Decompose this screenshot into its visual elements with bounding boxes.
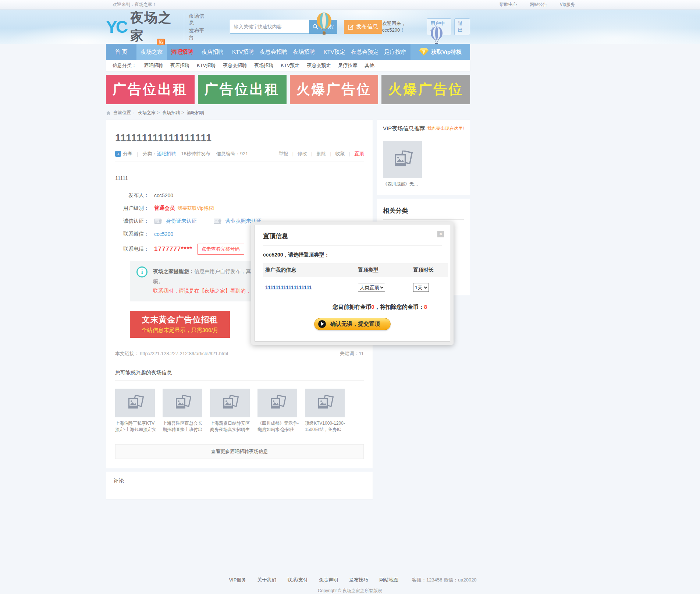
permalink-url[interactable]: http://221.128.227.212:89/article/921.ht…: [140, 351, 228, 356]
nav-vip-button[interactable]: 获取Vip特权: [411, 44, 470, 60]
nav-item[interactable]: 夜店招聘: [197, 44, 228, 60]
related-listing-card[interactable]: 上海普陀区夜总会长期招聘直接上班付出才会: [163, 389, 204, 438]
nav-item[interactable]: KTV预定: [319, 44, 350, 60]
vip-listing-caption: 《四川成都》无竞争-...: [383, 181, 422, 187]
article-action-link[interactable]: 置顶: [345, 151, 364, 157]
close-icon[interactable]: ×: [437, 231, 444, 237]
my-info-link[interactable]: 111111111111111111: [265, 284, 312, 290]
footer-link[interactable]: VIP服务: [229, 577, 246, 583]
related-listing-card[interactable]: 上海伯爵三私享KTV预定-上海包厢预定实力: [115, 389, 156, 438]
license-shield-icon: [214, 218, 223, 224]
coin-balance-text: 您目前拥有金币0，将扣除您的金币：8: [263, 304, 427, 311]
article-action-link[interactable]: 收藏: [326, 151, 345, 157]
category-subnav: 信息分类： 酒吧招聘夜店招聘KTV招聘夜总会招聘夜场招聘KTV预定夜总会预定足疗…: [106, 60, 470, 71]
breadcrumb-link[interactable]: 酒吧招聘: [180, 110, 204, 116]
nav-item[interactable]: 酒吧招聘: [167, 44, 198, 60]
pencil-square-icon: [348, 24, 354, 30]
footer-link[interactable]: 免责声明: [319, 577, 338, 583]
subnav-link[interactable]: 足疗按摩: [338, 62, 358, 69]
play-circle-icon: [318, 320, 326, 328]
footer-link[interactable]: 网站地图: [379, 577, 398, 583]
nav-item[interactable]: 夜场之家: [136, 44, 167, 60]
publisher-label: 发布人：: [115, 192, 149, 199]
footer-ad-banner[interactable]: 文末黄金广告位招租 全站信息末尾显示，只需300/月: [130, 311, 230, 338]
gold-diamond-icon: [419, 48, 429, 56]
photo-stack-icon: [126, 395, 144, 411]
pin-type-select[interactable]: 大类置顶: [358, 283, 385, 292]
breadcrumb-label: 当前位置：: [113, 110, 135, 116]
footer-link[interactable]: 发布技巧: [349, 577, 368, 583]
subnav-link[interactable]: 夜总会招聘: [223, 62, 247, 69]
ad-banner[interactable]: 火爆广告位: [381, 75, 470, 104]
breadcrumb: 当前位置： 夜场之家夜场招聘酒吧招聘: [106, 110, 470, 116]
related-cards: 上海伯爵三私享KTV预定-上海包厢预定实力: [115, 389, 364, 438]
nav-item[interactable]: 夜总会预定: [349, 44, 380, 60]
footer-link[interactable]: 联系/支付: [287, 577, 308, 583]
related-caption: 《四川成都》无竞争-翻房如喝水-急招佳丽-: [257, 420, 299, 433]
ad-banner[interactable]: 广告位出租: [106, 75, 195, 104]
id-auth-item[interactable]: 身份证未认证: [154, 218, 197, 224]
view-full-phone-button[interactable]: 点击查看完整号码: [197, 244, 244, 255]
logo-tagline: 夜场信息 发布平台: [184, 13, 207, 41]
modal-title: 置顶信息: [263, 232, 442, 245]
breadcrumb-link[interactable]: 夜场之家: [138, 110, 156, 116]
vip-listing-card[interactable]: 《四川成都》无竞争-...: [383, 141, 422, 187]
logout-button[interactable]: 退出: [454, 18, 470, 35]
ad-banner[interactable]: 广告位出租: [198, 75, 287, 104]
post-info-button[interactable]: 发布信息: [344, 20, 382, 34]
topbar-link[interactable]: 网站公告: [530, 1, 547, 8]
topbar-link[interactable]: Vip服务: [560, 1, 575, 8]
article-action-link[interactable]: 删除: [307, 151, 326, 157]
posted-time: 16秒钟前发布: [181, 151, 210, 157]
breadcrumb-link[interactable]: 夜场招聘: [156, 110, 180, 116]
topbar: 欢迎来到：夜场之家！ 帮助中心网站公告Vip服务: [0, 0, 700, 10]
subnav-link[interactable]: 其他: [365, 62, 374, 69]
share-button[interactable]: 分享: [115, 151, 132, 157]
site-logo[interactable]: YC 夜场之家 夜场信息 发布平台: [106, 10, 207, 44]
welcome-text: 欢迎来到：夜场之家！: [113, 1, 157, 8]
article-action-link[interactable]: 修改: [288, 151, 307, 157]
info-circle-icon: [136, 266, 148, 277]
subnav-link[interactable]: KTV预定: [281, 62, 299, 69]
related-caption: 顶级KTV1000-1200-1500日结，免办IC: [305, 420, 346, 433]
auth-label: 诚信认证：: [115, 218, 149, 224]
nav-item[interactable]: KTV招聘: [228, 44, 258, 60]
article-action-link[interactable]: 举报: [278, 151, 288, 157]
service-contact: 客服：123456 微信：ua20020: [412, 577, 477, 583]
ad-banner[interactable]: 火爆广告位: [290, 75, 379, 104]
modal-prompt: ccc5200，请选择置顶类型：: [263, 252, 442, 258]
user-level-label: 用户级别：: [115, 205, 149, 212]
comments-title: 评论: [114, 478, 365, 484]
nav-item[interactable]: 夜场招聘: [289, 44, 319, 60]
image-placeholder: [305, 389, 345, 417]
get-vip-link[interactable]: 我要获取Vip特权!: [178, 205, 214, 212]
nav-item[interactable]: 夜总会招聘: [258, 44, 289, 60]
topbar-link[interactable]: 帮助中心: [500, 1, 517, 8]
subnav-link[interactable]: KTV招聘: [197, 62, 216, 69]
subnav-link[interactable]: 酒吧招聘: [144, 62, 163, 69]
appear-here-link[interactable]: 我也要出现在这里!: [427, 125, 464, 132]
search-input[interactable]: [230, 20, 309, 34]
footer-link[interactable]: 关于我们: [257, 577, 276, 583]
nav-items: 首 页夜场之家酒吧招聘夜店招聘KTV招聘夜总会招聘夜场招聘KTV预定夜总会预定足…: [106, 44, 411, 60]
related-listing-card[interactable]: 上海薪资日结静安区商务夜场真实招聘生意持: [210, 389, 251, 438]
plus-icon: [115, 151, 121, 157]
col-pin-type: 置顶类型: [356, 263, 411, 277]
permalink-label: 本文链接：: [115, 350, 139, 357]
pin-duration-select[interactable]: 1天: [413, 283, 429, 292]
submit-pin-button[interactable]: 确认无误，提交置顶: [314, 318, 391, 330]
subnav-link[interactable]: 夜店招聘: [170, 62, 189, 69]
nav-item[interactable]: 首 页: [106, 44, 136, 60]
related-listing-card[interactable]: 《四川成都》无竞争-翻房如喝水-急招佳丽-: [257, 389, 299, 438]
related-caption: 上海伯爵三私享KTV预定-上海包厢预定实力: [115, 420, 156, 433]
view-more-button[interactable]: 查看更多酒吧招聘夜场信息: [115, 444, 364, 459]
nav-item[interactable]: 足疗按摩: [380, 44, 411, 60]
category-link[interactable]: 酒吧招聘: [157, 151, 176, 157]
user-area: 欢迎回来，ccc5200！ 用户中心 退出: [382, 18, 470, 35]
subnav-link[interactable]: 夜总会预定: [307, 62, 331, 69]
vip-recommend-title: VIP夜场信息推荐: [383, 125, 425, 132]
related-listing-card[interactable]: 顶级KTV1000-1200-1500日结，免办IC: [305, 389, 346, 438]
info-number: 信息编号：921: [216, 151, 248, 157]
subnav-link[interactable]: 夜场招聘: [254, 62, 273, 69]
site-footer: VIP服务关于我们联系/支付免责声明发布技巧网站地图 客服：123456 微信：…: [0, 577, 700, 594]
